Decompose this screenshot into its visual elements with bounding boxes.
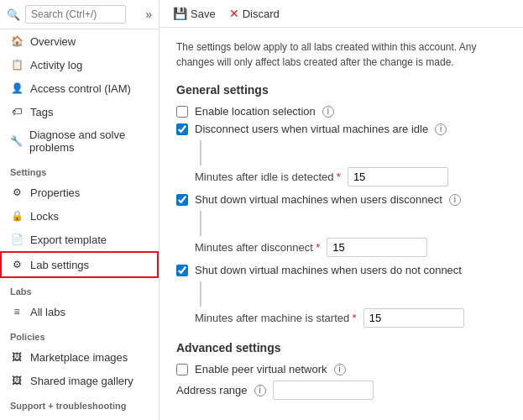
toolbar: 💾 Save ✕ Discard: [160, 0, 523, 28]
sidebar-item-activity-log[interactable]: 📋 Activity log: [0, 53, 159, 76]
discard-icon: ✕: [229, 7, 239, 20]
sidebar: 🔍 » 🏠 Overview 📋 Activity log 👤 Access c…: [0, 0, 160, 420]
sidebar-item-shared-image-gallery[interactable]: 🖼 Shared image gallery: [0, 369, 159, 392]
disconnect-users-checkbox[interactable]: [176, 123, 188, 135]
shutdown-disconnect-row: Shut down virtual machines when users di…: [176, 193, 506, 206]
lab-settings-icon: ⚙: [10, 258, 24, 271]
enable-location-label: Enable location selection: [195, 105, 316, 118]
description-text: The settings below apply to all labs cre…: [176, 39, 506, 70]
shutdown-noconnect-checkbox[interactable]: [176, 265, 188, 276]
enable-peer-network-info-icon[interactable]: i: [334, 364, 346, 375]
sidebar-section-support: Support + troubleshooting 👤 Internal sup…: [0, 392, 159, 420]
sidebar-item-lab-settings[interactable]: ⚙ Lab settings: [0, 251, 159, 278]
enable-peer-network-row: Enable peer virtual network i: [176, 363, 506, 375]
search-icon: 🔍: [7, 8, 20, 21]
sidebar-item-properties[interactable]: ⚙ Properties: [0, 181, 159, 204]
enable-location-info-icon[interactable]: i: [322, 106, 334, 118]
settings-section-label: Settings: [0, 159, 159, 181]
minutes-started-input[interactable]: [363, 308, 464, 328]
minutes-started-required: *: [353, 312, 357, 324]
access-control-icon: 👤: [10, 81, 24, 95]
sidebar-item-tags[interactable]: 🏷 Tags: [0, 100, 159, 123]
shutdown-disconnect-label: Shut down virtual machines when users di…: [195, 193, 442, 206]
advanced-settings-section: Advanced settings Enable peer virtual ne…: [176, 341, 506, 400]
support-section-label: Support + troubleshooting: [0, 392, 159, 414]
sidebar-item-overview[interactable]: 🏠 Overview: [0, 29, 159, 53]
shutdown-disconnect-info-icon[interactable]: i: [449, 194, 461, 206]
sidebar-item-all-labs[interactable]: ≡ All labs: [0, 300, 159, 323]
overview-icon: 🏠: [10, 34, 24, 48]
address-range-row: Address range i: [176, 381, 506, 400]
disconnect-users-line: [200, 140, 201, 165]
enable-peer-network-checkbox[interactable]: [176, 364, 188, 375]
shutdown-noconnect-line: [200, 281, 201, 307]
minutes-started-row: Minutes after machine is started *: [195, 308, 506, 328]
collapse-sidebar-button[interactable]: »: [145, 8, 152, 21]
minutes-started-label: Minutes after machine is started *: [195, 312, 357, 324]
sidebar-section-settings: Settings ⚙ Properties 🔒 Locks 📄 Export t…: [0, 159, 159, 278]
sidebar-item-export-template[interactable]: 📄 Export template: [0, 228, 159, 251]
shutdown-noconnect-group: Shut down virtual machines when users do…: [176, 264, 506, 328]
sidebar-item-marketplace-images[interactable]: 🖼 Marketplace images: [0, 345, 159, 369]
content-area: The settings below apply to all labs cre…: [160, 28, 523, 420]
sidebar-section-policies: Policies 🖼 Marketplace images 🖼 Shared i…: [0, 323, 159, 392]
locks-icon: 🔒: [10, 209, 24, 223]
disconnect-users-group: Disconnect users when virtual machines a…: [176, 123, 506, 186]
minutes-disconnect-row: Minutes after disconnect *: [195, 238, 506, 257]
enable-location-checkbox[interactable]: [176, 106, 188, 118]
sidebar-item-access-control[interactable]: 👤 Access control (IAM): [0, 76, 159, 100]
main-panel: 💾 Save ✕ Discard The settings below appl…: [160, 0, 523, 420]
minutes-idle-row: Minutes after idle is detected *: [195, 167, 506, 186]
sidebar-section-top: 🏠 Overview 📋 Activity log 👤 Access contr…: [0, 29, 159, 159]
shutdown-disconnect-group: Shut down virtual machines when users di…: [176, 193, 506, 257]
sidebar-search-bar: 🔍 »: [0, 0, 159, 29]
shutdown-disconnect-checkbox[interactable]: [176, 194, 188, 206]
disconnect-users-row: Disconnect users when virtual machines a…: [176, 123, 506, 135]
minutes-idle-required: *: [337, 171, 341, 183]
shared-image-gallery-icon: 🖼: [10, 374, 24, 387]
all-labs-icon: ≡: [10, 305, 24, 318]
enable-location-row: Enable location selection i: [176, 105, 506, 118]
sidebar-item-locks[interactable]: 🔒 Locks: [0, 204, 159, 228]
activity-log-icon: 📋: [10, 58, 24, 71]
disconnect-users-label: Disconnect users when virtual machines a…: [195, 123, 428, 135]
search-input[interactable]: [25, 5, 126, 24]
shutdown-disconnect-line: [200, 211, 201, 236]
minutes-disconnect-label: Minutes after disconnect *: [195, 241, 320, 254]
minutes-disconnect-input[interactable]: [327, 238, 427, 257]
disconnect-users-info-icon[interactable]: i: [435, 123, 447, 135]
marketplace-images-icon: 🖼: [10, 350, 24, 364]
export-template-icon: 📄: [10, 233, 24, 246]
minutes-idle-label: Minutes after idle is detected *: [195, 171, 341, 183]
address-range-label: Address range: [176, 384, 248, 396]
sidebar-item-internal-support[interactable]: 👤 Internal support: [0, 414, 159, 420]
policies-section-label: Policies: [0, 323, 159, 345]
sidebar-section-labs: Labs ≡ All labs: [0, 278, 159, 323]
properties-icon: ⚙: [10, 186, 24, 199]
tags-icon: 🏷: [10, 105, 24, 118]
labs-section-label: Labs: [0, 278, 159, 300]
address-range-info-icon[interactable]: i: [254, 385, 266, 396]
sidebar-item-diagnose[interactable]: 🔧 Diagnose and solve problems: [0, 123, 159, 159]
diagnose-icon: 🔧: [10, 134, 23, 148]
minutes-disconnect-required: *: [316, 241, 320, 254]
discard-button[interactable]: ✕ Discard: [229, 7, 280, 20]
shutdown-noconnect-row: Shut down virtual machines when users do…: [176, 264, 506, 276]
save-button[interactable]: 💾 Save: [173, 7, 216, 20]
general-settings-title: General settings: [176, 83, 506, 97]
save-icon: 💾: [173, 7, 187, 20]
minutes-idle-input[interactable]: [348, 167, 448, 186]
shutdown-noconnect-label: Shut down virtual machines when users do…: [195, 264, 462, 276]
advanced-settings-title: Advanced settings: [176, 341, 506, 354]
enable-peer-network-label: Enable peer virtual network: [195, 363, 327, 375]
address-range-input[interactable]: [273, 381, 374, 400]
